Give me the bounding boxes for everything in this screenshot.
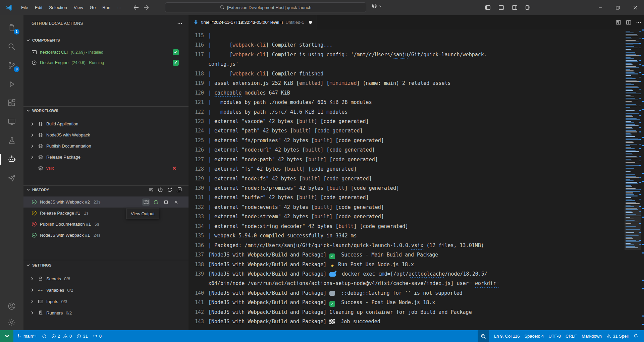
view-output-button[interactable]: [142, 198, 150, 206]
activity-robot-icon[interactable]: [0, 150, 23, 169]
forward-icon[interactable]: [144, 5, 149, 10]
activity-monitor-icon[interactable]: [0, 112, 23, 131]
toggle-primary-sidebar-icon[interactable]: [483, 3, 493, 12]
settings-row-inputs[interactable]: Inputs0/3: [23, 296, 189, 307]
workflow-row[interactable]: Build Application: [23, 118, 189, 129]
activity-search-icon[interactable]: [0, 37, 23, 56]
history-row[interactable]: Release Package #11s: [23, 208, 189, 219]
problems-status[interactable]: 2 0: [49, 332, 74, 341]
history-header[interactable]: HISTORY: [23, 186, 189, 194]
history-row[interactable]: NodeJS with Webpack #223s: [23, 196, 189, 208]
editor-line: 122| modules by path ./src/ 41.6 KiB 11 …: [189, 107, 625, 117]
spell-checker-status[interactable]: 31 Spell: [604, 332, 631, 341]
chevron-right-icon[interactable]: [30, 155, 35, 160]
history-row[interactable]: NodeJS with Webpack #124s: [23, 230, 189, 241]
tab-untitled-1[interactable]: time="2024-11-17T18:32:43-05:00" level=i…: [189, 15, 317, 30]
more-actions-icon[interactable]: [177, 21, 182, 26]
remote-icon: ><: [5, 334, 8, 339]
workflow-row[interactable]: ✕vsix: [23, 163, 189, 174]
component-row[interactable]: nektos/act CLI(0.2.69) - Installed✓: [23, 47, 189, 57]
workflow-row[interactable]: NodeJS with Webpack: [23, 129, 189, 140]
workflow-row[interactable]: Release Package: [23, 152, 189, 163]
eol-status[interactable]: CRLF: [563, 332, 579, 341]
menu-run[interactable]: Run: [99, 4, 113, 11]
component-row[interactable]: Docker Engine(24.0.6) - Running✓: [23, 57, 189, 68]
settings-row-variables[interactable]: abcVariables0/2: [23, 284, 189, 296]
activity-extensions-icon[interactable]: [0, 94, 23, 112]
activity-run-debug-icon[interactable]: [0, 75, 23, 94]
help-icon[interactable]: [158, 187, 163, 192]
settings-row-secrets[interactable]: Secrets0/6: [23, 273, 189, 284]
line-number: 116: [189, 40, 204, 50]
chevron-down-icon: [25, 108, 31, 113]
chevron-right-icon[interactable]: [30, 310, 35, 316]
info-status[interactable]: 31: [74, 332, 90, 341]
components-header[interactable]: COMPONENTS: [23, 36, 189, 44]
menu-more[interactable]: ···: [114, 4, 124, 11]
remote-indicator[interactable]: ><: [0, 330, 13, 342]
customize-layout-icon[interactable]: [523, 3, 533, 12]
remove-button[interactable]: [172, 198, 180, 206]
back-icon[interactable]: [133, 5, 139, 10]
toggle-secondary-sidebar-icon[interactable]: [509, 3, 520, 12]
layout-controls: [483, 3, 533, 12]
overview-ruler[interactable]: [641, 30, 644, 330]
minimize-button[interactable]: [592, 0, 609, 15]
menu-file[interactable]: File: [18, 4, 31, 11]
refresh-icon[interactable]: [167, 187, 172, 192]
cursor-position[interactable]: Ln 9, Col 116: [492, 332, 522, 341]
sync-status[interactable]: [40, 332, 49, 341]
layers-icon: [38, 121, 43, 127]
restore-button[interactable]: [609, 0, 627, 15]
settings-header[interactable]: SETTINGS: [23, 260, 189, 270]
chevron-down-icon: [25, 263, 31, 268]
editor-line: 124| external "path" 42 bytes [built] [c…: [189, 126, 625, 135]
notifications-bell[interactable]: [631, 332, 641, 341]
error-x-icon[interactable]: ✕: [172, 165, 176, 171]
clear-history-icon[interactable]: [148, 187, 154, 192]
encoding-status[interactable]: UTF-8: [546, 332, 563, 341]
menu-view[interactable]: View: [71, 4, 86, 11]
workflow-row[interactable]: Publish Documentation: [23, 140, 189, 152]
activity-beaker-icon[interactable]: [0, 131, 23, 150]
component-detail: (24.0.6) - Running: [71, 60, 104, 65]
minimap[interactable]: [625, 30, 641, 330]
branch-status[interactable]: main*+: [15, 332, 40, 341]
split-editor-icon[interactable]: [626, 20, 631, 25]
chevron-right-icon[interactable]: [30, 132, 35, 138]
menu-edit[interactable]: Edit: [32, 4, 45, 11]
command-center[interactable]: [Extension Development Host] quick-launc…: [165, 2, 366, 12]
activity-gear-icon[interactable]: [0, 314, 23, 330]
toggle-panel-icon[interactable]: [496, 3, 506, 12]
history-duration: 24s: [94, 233, 101, 238]
menu-go[interactable]: Go: [87, 4, 99, 11]
ports-status[interactable]: 0: [90, 332, 104, 341]
language-mode[interactable]: Markdown: [579, 332, 604, 341]
rerun-button[interactable]: [152, 198, 160, 206]
open-preview-icon[interactable]: [616, 20, 621, 25]
activity-paper-plane-icon[interactable]: [0, 169, 23, 187]
history-row[interactable]: Publish Documentation #15s: [23, 219, 189, 230]
activity-files-icon[interactable]: 1: [0, 18, 23, 37]
workflows-header[interactable]: WORKFLOWS: [23, 107, 189, 115]
chevron-right-icon[interactable]: [30, 299, 35, 304]
chevron-right-icon[interactable]: [30, 144, 35, 149]
chevron-right-icon[interactable]: [30, 287, 35, 293]
zoom-indicator[interactable]: [478, 330, 489, 342]
chevron-right-icon[interactable]: [30, 121, 35, 127]
bell-icon: [633, 334, 638, 339]
modified-dot-icon[interactable]: [309, 21, 312, 24]
menu-selection[interactable]: Selection: [46, 4, 70, 11]
more-actions-icon[interactable]: [636, 20, 641, 25]
minimap-slider[interactable]: [625, 205, 641, 250]
editor-pane[interactable]: 115|116| [webpack-cli] Compiler starting…: [189, 30, 644, 330]
activity-account-icon[interactable]: [0, 298, 23, 314]
copilot-menu[interactable]: [371, 3, 382, 9]
settings-row-runners[interactable]: Runners0/2: [23, 307, 189, 319]
collapse-all-icon[interactable]: [176, 187, 182, 192]
stop-button[interactable]: [162, 198, 170, 206]
indentation-status[interactable]: Spaces: 4: [522, 332, 546, 341]
activity-source-control-icon[interactable]: 9: [0, 56, 23, 75]
chevron-right-icon[interactable]: [30, 276, 35, 281]
close-button[interactable]: [627, 0, 644, 15]
